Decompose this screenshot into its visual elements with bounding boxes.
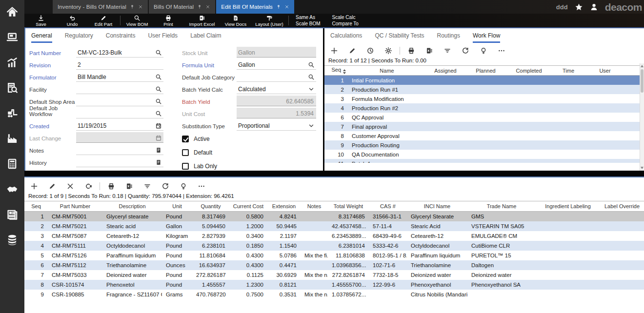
notes-input[interactable] [76, 144, 163, 155]
column-header[interactable]: Total Weight [328, 201, 369, 212]
table-row[interactable]: 10QA Documentation [324, 150, 640, 159]
laptop-icon[interactable] [5, 30, 19, 44]
more-options-icon[interactable] [498, 47, 505, 55]
table-row[interactable]: 9Production Routing [324, 140, 640, 150]
column-header[interactable]: Current Cost [229, 201, 267, 212]
favorites-star-icon[interactable] [575, 3, 583, 11]
filter-icon[interactable] [143, 182, 151, 190]
add-icon[interactable] [30, 182, 38, 190]
search-icon[interactable] [155, 49, 162, 56]
calculator-icon[interactable] [5, 157, 19, 171]
scroll-down-icon[interactable] [641, 167, 644, 169]
refresh-icon[interactable] [462, 47, 469, 55]
tab-qc-stability-tests[interactable]: QC / Stability Tests [375, 32, 424, 43]
tab-routings[interactable]: Routings [437, 32, 460, 43]
history-clock-icon[interactable] [366, 47, 374, 55]
formulator-input[interactable]: Bill Mandle [76, 71, 163, 82]
delete-x-icon[interactable] [66, 182, 74, 190]
column-header[interactable]: INCI Name [407, 201, 467, 212]
column-header[interactable]: Label Override [600, 201, 644, 212]
save-button[interactable]: Save [25, 14, 57, 27]
column-header[interactable]: Part Number [48, 201, 102, 212]
view-docs-button[interactable]: View Docs [220, 14, 251, 27]
scale-bom-button[interactable]: Scale BOM [296, 21, 321, 26]
column-header[interactable]: Notes [301, 201, 328, 212]
scale-calc-button[interactable]: Scale Calc [332, 15, 359, 20]
note-icon[interactable] [155, 159, 162, 166]
history-input[interactable] [76, 156, 163, 167]
pin-icon[interactable] [276, 4, 281, 9]
facility-input[interactable] [76, 83, 163, 94]
chevron-down-icon[interactable] [308, 86, 315, 93]
table-row[interactable]: 8Customer Approval [324, 131, 640, 140]
table-row[interactable]: 2CM-RM75021Stearic acidGallon5.0944501.2… [24, 221, 644, 231]
print-button[interactable]: Print [153, 14, 184, 27]
export-excel-icon[interactable] [425, 47, 433, 55]
default-checkbox[interactable] [182, 149, 189, 156]
database-icon[interactable] [5, 233, 19, 247]
column-header[interactable]: Trade Name [467, 201, 536, 212]
table-row[interactable]: 4Production Run #2 [324, 103, 640, 113]
table-row[interactable]: 1Intial Formulation [324, 76, 640, 85]
calendar-icon[interactable] [155, 122, 162, 129]
tab-general[interactable]: General [31, 32, 52, 43]
table-row[interactable]: 11Batch 1 [324, 159, 640, 163]
factory-icon[interactable] [5, 132, 19, 145]
pin-icon[interactable] [130, 4, 135, 9]
column-header[interactable]: Assigned [426, 66, 465, 76]
add-icon[interactable] [330, 47, 338, 55]
revision-input[interactable]: 2 [76, 59, 163, 70]
close-icon[interactable] [205, 4, 210, 9]
view-bom-button[interactable]: View BOM [121, 14, 153, 27]
column-header[interactable]: Time [551, 66, 585, 76]
tab-user-fields[interactable]: User Fields [148, 32, 178, 43]
column-header[interactable]: Ingredient Labeling [536, 201, 600, 212]
scrollbar-thumb[interactable] [641, 69, 644, 93]
handshake-icon[interactable] [5, 182, 19, 196]
close-icon[interactable] [284, 4, 289, 9]
lightbulb-icon[interactable] [180, 182, 187, 190]
tab-calculations[interactable]: Calculations [330, 32, 362, 43]
forklift-icon[interactable] [5, 106, 19, 120]
close-icon[interactable] [138, 4, 143, 9]
column-header[interactable]: Description [102, 201, 162, 212]
sort-icon[interactable] [343, 69, 346, 74]
default-job-workflow-input[interactable] [76, 108, 163, 118]
tab-work-flow[interactable]: Work Flow [473, 32, 500, 43]
tab-label-claim[interactable]: Label Claim [190, 32, 221, 43]
table-row[interactable]: 2Production Run #1 [324, 85, 640, 94]
window-tab-edit-bom[interactable]: Edit Bill Of Materials [216, 0, 294, 14]
document-search-icon[interactable] [5, 81, 19, 95]
edit-part-button[interactable]: Edit Part [88, 14, 119, 27]
undo-button[interactable]: Undo [57, 14, 88, 27]
import-excel-button[interactable]: Import Excel [184, 14, 220, 27]
note-icon[interactable] [155, 147, 162, 154]
table-row[interactable]: 3Formula Modification [324, 94, 640, 103]
sales-chart-icon[interactable] [5, 56, 19, 69]
same-as-button[interactable]: Same As [296, 15, 321, 20]
substitute-icon[interactable] [84, 182, 92, 190]
column-header[interactable]: Seq [324, 66, 348, 76]
table-row[interactable]: 7CM-RM75033Deionized waterPound272.82618… [24, 270, 644, 280]
workflow-scrollbar[interactable] [640, 63, 644, 171]
column-header[interactable] [624, 66, 640, 76]
tab-constraints[interactable]: Constraints [106, 32, 136, 43]
table-row[interactable]: 9CSR-190885Fragrance - SZ11607 O...Grams… [24, 290, 644, 299]
table-row[interactable]: 1CM-RM75001Glyceryl stearatePound8.31746… [24, 212, 644, 222]
user-icon[interactable] [590, 3, 598, 11]
table-row[interactable]: 8CSR-101574PhenoxetolPound1.4555571.2300… [24, 280, 644, 290]
column-header[interactable]: Planned [465, 66, 506, 76]
edit-pencil-icon[interactable] [48, 182, 56, 190]
table-row[interactable]: 5CM-RM75126Paraffinum liquidumPound11.81… [24, 251, 644, 260]
home-icon[interactable] [5, 5, 19, 19]
edit-pencil-icon[interactable] [348, 47, 356, 55]
formula-unit-input[interactable]: Gallon [237, 59, 316, 70]
search-icon[interactable] [155, 110, 162, 117]
print-icon[interactable] [107, 182, 115, 190]
lightbulb-icon[interactable] [480, 47, 487, 55]
more-options-icon[interactable] [198, 182, 205, 190]
column-header[interactable]: CAS # [369, 201, 407, 212]
search-icon[interactable] [155, 98, 162, 105]
window-tab-inventory-bom[interactable]: Inventory - Bills Of Material [53, 0, 148, 14]
default-shop-area-input[interactable] [76, 96, 163, 106]
